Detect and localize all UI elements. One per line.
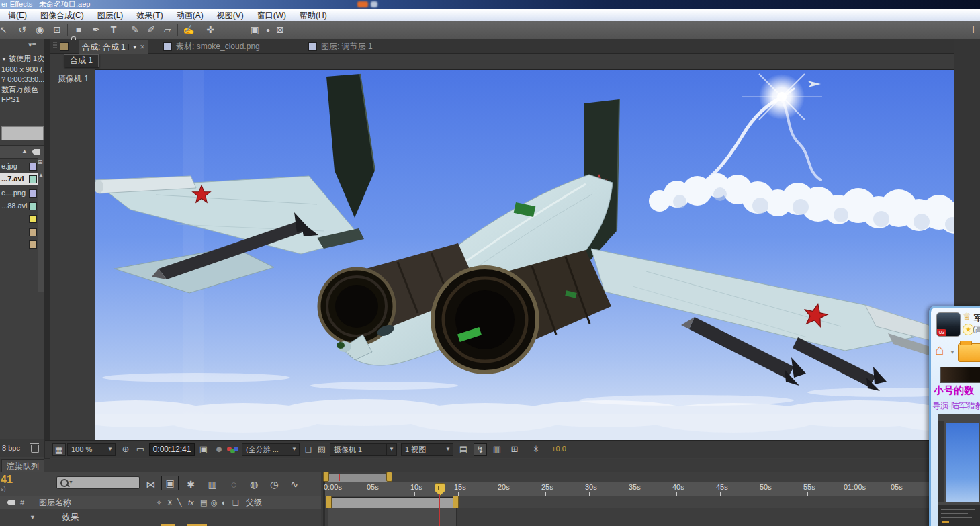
menu-window[interactable]: 窗口(W)	[251, 9, 293, 21]
type-tool-icon[interactable]: T	[106, 23, 121, 37]
panel-divider[interactable]	[44, 39, 50, 459]
viewer-timecode[interactable]: 0:00:12:41	[149, 443, 195, 456]
tab-render-queue[interactable]: 渲染队列	[1, 459, 44, 474]
project-item-row[interactable]	[0, 226, 38, 238]
search-input[interactable]	[75, 477, 139, 488]
video-byline[interactable]: 导演-陆军猎豹	[932, 400, 980, 412]
label-color-chip[interactable]	[29, 189, 37, 198]
navigator-handle-left[interactable]	[323, 472, 329, 482]
navigator-bar[interactable]	[325, 474, 390, 482]
always-preview-icon[interactable]: ▦	[52, 443, 66, 456]
pen-tool-icon[interactable]: ✒	[89, 23, 103, 37]
view-layout-dropdown[interactable]: 1 视图 ▼	[401, 443, 453, 456]
show-snapshot-icon[interactable]: ☻	[214, 443, 224, 455]
composition-viewport[interactable]	[95, 69, 956, 441]
pan-behind-tool-icon[interactable]: ⊡	[50, 23, 64, 37]
layer-name-column-label[interactable]: 图层名称	[39, 496, 71, 509]
shape-tool-icon[interactable]: ■	[71, 23, 86, 37]
label-color-chip[interactable]	[29, 240, 37, 249]
label-color-chip[interactable]	[29, 202, 37, 210]
transparency-grid-icon[interactable]: ▨	[316, 443, 327, 455]
home-icon[interactable]: ⌂	[935, 341, 944, 359]
share-view-icon[interactable]: ▤	[457, 443, 470, 455]
shy-layers-icon[interactable]: ✱	[183, 478, 199, 491]
menu-effect[interactable]: 效果(T)	[130, 9, 169, 21]
menu-animation[interactable]: 动画(A)	[170, 9, 210, 21]
magnification-dropdown[interactable]: 100 % ▼	[67, 443, 116, 456]
timeline-timecode[interactable]: 41	[1, 474, 13, 486]
video-thumbnail[interactable]	[940, 367, 980, 383]
camera-layer-label[interactable]: 摄像机 1	[58, 73, 89, 85]
brush-tool-icon[interactable]: ✎	[128, 23, 142, 37]
brainstorm-icon[interactable]: ◍	[246, 478, 262, 491]
timeline-navigator[interactable]	[325, 472, 980, 482]
menu-layer[interactable]: 图层(L)	[91, 9, 130, 21]
time-ruler[interactable]: 0:00s 05s 10s 15s 20s 25s 30s 35s 40s 45…	[325, 482, 980, 497]
label-color-chip[interactable]	[29, 163, 37, 171]
player-app-icon[interactable]: U3	[936, 312, 961, 337]
roto-brush-tool-icon[interactable]: ✍	[181, 23, 196, 37]
twirl-down-icon[interactable]: ▼	[30, 509, 36, 526]
puppet-pin-tool-icon[interactable]: ✜	[203, 23, 218, 37]
rotation-tool-icon[interactable]: ↺	[15, 23, 30, 37]
resolution-dropdown[interactable]: (全分辨 ... ▼	[242, 443, 300, 456]
region-of-interest-icon[interactable]: ▭	[134, 443, 146, 455]
panel-gripper[interactable]	[53, 42, 57, 50]
menu-edit[interactable]: 辑(E)	[1, 9, 34, 21]
index-column-label[interactable]: #	[20, 496, 24, 509]
trash-icon[interactable]	[31, 445, 39, 453]
project-item-row[interactable]	[0, 212, 38, 225]
home-caret-icon[interactable]: ▼	[950, 349, 955, 355]
tutorial-screenshot[interactable]	[938, 414, 980, 526]
project-item-row[interactable]: ...88.avi	[0, 200, 38, 212]
project-item-row[interactable]: e.jpg	[0, 160, 38, 173]
disclosure-triangle-icon[interactable]: ▼	[1, 56, 7, 62]
effect-row[interactable]: ▼ 效果	[0, 509, 321, 526]
reset-exposure-icon[interactable]: ✳	[530, 443, 542, 455]
tab-caret-icon[interactable]: ▼	[128, 44, 138, 50]
folder-icon[interactable]	[958, 343, 980, 362]
open-timeline-icon[interactable]: ▥	[491, 443, 503, 455]
screen-layout-icon[interactable]: ⊠	[273, 23, 287, 37]
frame-blend-icon[interactable]: ▥	[204, 478, 220, 491]
layer-duration-bar[interactable]	[328, 508, 457, 526]
label-tag-icon[interactable]	[32, 149, 40, 155]
work-area-start-handle[interactable]	[326, 496, 332, 509]
camera-dropdown[interactable]: 摄像机 1 ▼	[330, 443, 397, 456]
draft-3d-icon[interactable]: ▣	[161, 476, 179, 490]
tab-layer[interactable]: 图层: 调节层 1	[304, 40, 377, 53]
camera-tool-icon[interactable]: ◉	[32, 23, 47, 37]
timeline-search[interactable]: ▼	[56, 476, 140, 489]
scroll-up-icon[interactable]: ▲	[38, 172, 44, 178]
tab-footage[interactable]: 素材: smoke_cloud.png	[159, 40, 264, 53]
snapshot-icon[interactable]: ▣	[197, 443, 210, 455]
menu-help[interactable]: 帮助(H)	[293, 9, 334, 21]
workspace-icon[interactable]: ▣	[247, 23, 262, 37]
work-area-end-handle[interactable]	[453, 496, 459, 509]
parent-column-label[interactable]: 父级	[246, 496, 262, 509]
external-player-window[interactable]: U3 ♕ ★ 军 (高 ⌂ ▼ 小号的数 导演-陆军猎豹	[929, 306, 980, 526]
label-column-icon[interactable]	[7, 500, 15, 505]
menu-view[interactable]: 视图(V)	[210, 9, 251, 21]
navigator-handle-right[interactable]	[386, 472, 392, 482]
sort-up-icon[interactable]: ▲	[21, 148, 28, 155]
work-area-row[interactable]	[325, 496, 980, 508]
label-color-chip[interactable]	[29, 215, 37, 223]
show-channels-icon[interactable]	[227, 446, 239, 453]
safe-margins-icon[interactable]: ⊕	[120, 443, 132, 455]
tab-close-icon[interactable]: ×	[140, 42, 145, 52]
exposure-value[interactable]: +0.0	[547, 443, 570, 455]
eraser-tool-icon[interactable]: ▱	[160, 23, 175, 37]
project-item-row[interactable]	[0, 238, 38, 251]
project-scrollbar[interactable]: ⊞ ▲	[38, 157, 44, 292]
label-color-chip[interactable]	[29, 228, 37, 236]
graph-editor-icon[interactable]: ∿	[286, 478, 302, 491]
tab-composition[interactable]: 合成: 合成 1 ▼ ×	[79, 40, 148, 54]
menu-composition[interactable]: 图像合成(C)	[34, 9, 91, 21]
flowchart-mini-icon[interactable]: ⊞	[38, 159, 43, 165]
mini-flowchart-icon[interactable]: ⋈	[142, 478, 159, 491]
comp-breadcrumb[interactable]: 合成 1	[64, 54, 99, 67]
open-flowchart-icon[interactable]: ⊞	[508, 443, 521, 455]
project-item-row[interactable]: c....png	[0, 187, 38, 200]
clone-stamp-tool-icon[interactable]: ✐	[144, 23, 159, 37]
